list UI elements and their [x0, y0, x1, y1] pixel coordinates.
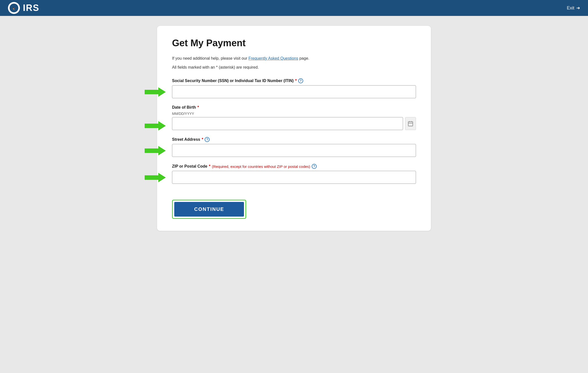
exit-arrow-icon: ➜	[576, 5, 580, 11]
ssn-required-star: *	[295, 79, 297, 83]
zip-arrow	[145, 173, 166, 182]
required-note: All fields marked with an * (asterisk) a…	[172, 64, 416, 70]
svg-marker-3	[145, 121, 166, 131]
continue-button-wrapper: CONTINUE	[172, 200, 246, 219]
logo-emblem: 🦅	[8, 2, 20, 14]
dob-format: MM/DD/YYYY	[172, 112, 416, 116]
ssn-arrow	[145, 87, 166, 97]
zip-field-row: ZIP or Postal Code * (Required, except f…	[172, 164, 416, 184]
svg-text:🦅: 🦅	[12, 7, 16, 10]
street-help-icon[interactable]: ?	[205, 137, 210, 142]
zip-required-star: *	[209, 164, 210, 169]
zip-note: (Required, except for countries without …	[212, 164, 310, 169]
help-text-suffix: page.	[299, 56, 309, 60]
page-title: Get My Payment	[172, 38, 416, 48]
exit-link[interactable]: Exit ➜	[567, 5, 580, 11]
street-arrow	[145, 146, 166, 155]
help-text-prefix: If you need additional help, please visi…	[172, 56, 248, 60]
ssn-field-row: Social Security Number (SSN) or Individu…	[172, 78, 416, 98]
page-wrapper: Get My Payment If you need additional he…	[0, 16, 588, 241]
help-text: If you need additional help, please visi…	[172, 55, 416, 61]
dob-arrow	[145, 121, 166, 131]
street-field-row: Street Address * ?	[172, 137, 416, 157]
exit-label: Exit	[567, 5, 574, 11]
dob-label: Date of Birth *	[172, 105, 416, 110]
zip-label: ZIP or Postal Code * (Required, except f…	[172, 164, 416, 169]
street-label: Street Address * ?	[172, 137, 416, 142]
dob-field-row: Date of Birth * MM/DD/YYYY	[172, 105, 416, 130]
svg-rect-4	[408, 122, 413, 126]
zip-help-icon[interactable]: ?	[312, 164, 317, 169]
ssn-input[interactable]	[172, 85, 416, 98]
irs-logo: 🦅 IRS	[8, 2, 39, 14]
street-required-star: *	[202, 137, 203, 142]
dob-input[interactable]	[172, 117, 403, 130]
ssn-label: Social Security Number (SSN) or Individu…	[172, 78, 416, 83]
street-input[interactable]	[172, 144, 416, 157]
app-header: 🦅 IRS Exit ➜	[0, 0, 588, 16]
dob-input-wrapper	[172, 117, 416, 130]
irs-logo-text: IRS	[23, 3, 39, 13]
svg-marker-9	[145, 173, 166, 182]
ssn-help-icon[interactable]: ?	[298, 78, 303, 83]
continue-button[interactable]: CONTINUE	[174, 202, 244, 217]
svg-marker-2	[145, 87, 166, 97]
svg-marker-8	[145, 146, 166, 155]
zip-input[interactable]	[172, 171, 416, 184]
calendar-button[interactable]	[405, 117, 416, 130]
faq-link[interactable]: Frequently Asked Questions	[248, 56, 298, 60]
form-card: Get My Payment If you need additional he…	[157, 26, 431, 231]
dob-required-star: *	[197, 105, 199, 110]
